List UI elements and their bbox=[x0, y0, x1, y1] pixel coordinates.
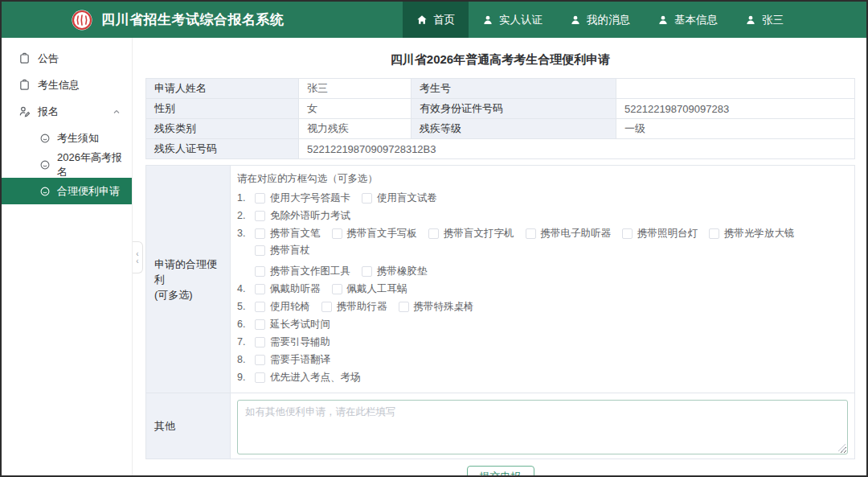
checkbox[interactable] bbox=[428, 228, 439, 239]
nav-user[interactable]: 张三 bbox=[731, 2, 797, 38]
checkbox[interactable] bbox=[255, 355, 265, 365]
sidebar-item-convenience-application[interactable]: 合理便利申请 bbox=[2, 178, 132, 204]
checkbox-option[interactable]: 携带橡胶垫 bbox=[362, 265, 428, 278]
checkbox-option[interactable]: 携带照明台灯 bbox=[622, 227, 698, 240]
checkbox-option[interactable]: 携带助行器 bbox=[321, 300, 387, 313]
checkbox-option[interactable]: 延长考试时间 bbox=[255, 318, 330, 331]
option-label: 需要引导辅助 bbox=[270, 335, 330, 348]
form-row-options: 申请的合理便利 (可多选) 请在对应的方框勾选（可多选） 1. 使用大字号答题卡… bbox=[146, 166, 855, 393]
info-value: 视力残疾 bbox=[299, 119, 411, 139]
sidebar-item-announcements[interactable]: 公告 bbox=[2, 45, 132, 72]
nav-basic-info[interactable]: 基本信息 bbox=[644, 2, 731, 38]
checkbox[interactable] bbox=[255, 228, 265, 239]
checkbox-option[interactable]: 需要手语翻译 bbox=[255, 353, 330, 366]
checkbox-option[interactable]: 使用盲文试卷 bbox=[362, 191, 437, 204]
checkbox[interactable] bbox=[622, 228, 633, 239]
checkbox-option[interactable]: 佩戴人工耳蜗 bbox=[332, 282, 407, 295]
checkbox-option[interactable]: 携带盲杖 bbox=[255, 244, 310, 257]
nav-identity-verify-label: 实人认证 bbox=[499, 13, 542, 27]
checkbox[interactable] bbox=[255, 372, 265, 383]
form-row-other: 其他 bbox=[146, 393, 855, 459]
nav-messages-label: 我的消息 bbox=[587, 13, 630, 27]
chevron-up-icon bbox=[112, 107, 121, 117]
checkbox-option[interactable]: 携带盲文打字机 bbox=[428, 227, 514, 240]
nav-home[interactable]: 首页 bbox=[403, 2, 469, 38]
option-group-1: 1. 使用大字号答题卡 使用盲文试卷 bbox=[237, 191, 848, 204]
checkbox[interactable] bbox=[399, 302, 409, 312]
table-row: 性别 女 有效身份证件号码 522122198709097283 bbox=[146, 99, 855, 119]
checkbox-option[interactable]: 携带盲文作图工具 bbox=[255, 265, 350, 278]
smiley-circle-icon bbox=[39, 133, 51, 144]
submit-button[interactable]: 提交申报 bbox=[467, 466, 534, 475]
checkbox[interactable] bbox=[255, 193, 265, 204]
sidebar-label: 考生信息 bbox=[38, 78, 80, 93]
registration-icon bbox=[18, 105, 31, 117]
checkbox-option[interactable]: 携带特殊桌椅 bbox=[399, 300, 474, 313]
other-textarea[interactable] bbox=[237, 400, 848, 454]
checkbox[interactable] bbox=[255, 245, 265, 256]
checkbox-option[interactable]: 携带盲文手写板 bbox=[332, 227, 418, 240]
checkbox-option[interactable]: 使用大字号答题卡 bbox=[255, 191, 350, 204]
sidebar-collapse-handle[interactable]: ‹ ‹ bbox=[133, 241, 143, 273]
checkbox[interactable] bbox=[709, 228, 719, 239]
chevron-left-icon: ‹ bbox=[136, 257, 138, 265]
table-row: 残疾类别 视力残疾 残疾等级 一级 bbox=[146, 119, 855, 139]
top-nav: 首页 实人认证 我的消息 基本信息 bbox=[403, 2, 797, 38]
checkbox-option[interactable]: 携带盲文笔 bbox=[255, 227, 321, 240]
smiley-circle-icon bbox=[39, 186, 51, 197]
checkbox-option[interactable]: 使用轮椅 bbox=[255, 300, 310, 313]
checkbox-option[interactable]: 优先进入考点、考场 bbox=[255, 371, 361, 384]
option-group-8: 8. 需要手语翻译 bbox=[237, 353, 848, 366]
smiley-circle-icon bbox=[39, 159, 51, 171]
checkbox-option[interactable]: 免除外语听力考试 bbox=[255, 209, 350, 222]
user-icon bbox=[657, 14, 669, 26]
sidebar-label: 2026年高考报名 bbox=[57, 150, 132, 179]
option-label: 佩戴助听器 bbox=[270, 282, 321, 295]
checkbox-option[interactable]: 佩戴助听器 bbox=[255, 282, 321, 295]
option-label: 携带盲文手写板 bbox=[347, 227, 418, 240]
option-group-4: 4. 佩戴助听器 佩戴人工耳蜗 bbox=[237, 282, 848, 295]
app-window: 四川省招生考试综合报名系统 首页 实人认证 我的消息 bbox=[0, 0, 868, 477]
checkbox-option[interactable]: 携带电子助听器 bbox=[526, 227, 612, 240]
sidebar-item-candidate-notice[interactable]: 考生须知 bbox=[2, 125, 132, 151]
checkbox[interactable] bbox=[526, 228, 536, 239]
checkbox-option[interactable]: 需要引导辅助 bbox=[255, 335, 330, 348]
info-value: 52212219870909728312B3 bbox=[299, 139, 855, 159]
option-label: 携带盲文打字机 bbox=[444, 227, 514, 240]
checkbox[interactable] bbox=[362, 266, 372, 277]
user-icon bbox=[745, 14, 756, 26]
app-header: 四川省招生考试综合报名系统 首页 实人认证 我的消息 bbox=[2, 2, 866, 38]
option-label: 携带盲文笔 bbox=[270, 227, 321, 240]
checkbox[interactable] bbox=[332, 284, 342, 294]
sidebar-item-registration[interactable]: 报名 bbox=[2, 98, 132, 125]
candidate-info-icon bbox=[18, 79, 31, 91]
checkbox[interactable] bbox=[255, 337, 265, 347]
checkbox[interactable] bbox=[255, 319, 265, 330]
sidebar-item-2026-gaokao-registration[interactable]: 2026年高考报名 bbox=[2, 151, 132, 178]
checkbox[interactable] bbox=[332, 228, 342, 239]
main-content: 四川省2026年普通高考考生合理便利申请 申请人姓名 张三 考生号 性别 女 有… bbox=[133, 38, 866, 475]
checkbox[interactable] bbox=[255, 211, 265, 221]
nav-messages[interactable]: 我的消息 bbox=[556, 2, 644, 38]
option-label: 需要手语翻译 bbox=[270, 353, 330, 366]
option-label: 携带特殊桌椅 bbox=[414, 300, 474, 313]
checkbox[interactable] bbox=[255, 266, 265, 277]
checkbox[interactable] bbox=[362, 193, 372, 204]
info-value: 张三 bbox=[299, 79, 411, 99]
nav-identity-verify[interactable]: 实人认证 bbox=[469, 2, 556, 38]
checkbox[interactable] bbox=[255, 302, 265, 312]
checkbox[interactable] bbox=[255, 284, 265, 294]
checkbox-option[interactable]: 携带光学放大镜 bbox=[709, 227, 795, 240]
sidebar-item-candidate-info[interactable]: 考生信息 bbox=[2, 72, 132, 98]
brand: 四川省招生考试综合报名系统 bbox=[2, 9, 285, 31]
option-label: 优先进入考点、考场 bbox=[270, 371, 361, 384]
form-options-cell: 请在对应的方框勾选（可多选） 1. 使用大字号答题卡 使用盲文试卷 2. bbox=[231, 166, 855, 393]
info-label: 申请人姓名 bbox=[146, 79, 299, 99]
submit-row: 提交申报 bbox=[145, 466, 855, 475]
page-title: 四川省2026年普通高考考生合理便利申请 bbox=[145, 52, 855, 68]
checkbox[interactable] bbox=[321, 302, 332, 312]
option-group-5: 5. 使用轮椅 携带助行器 携带特殊桌椅 bbox=[237, 300, 848, 313]
table-row: 残疾人证号码 52212219870909728312B3 bbox=[146, 139, 855, 159]
nav-basic-info-label: 基本信息 bbox=[674, 13, 718, 27]
other-label: 其他 bbox=[146, 393, 231, 459]
